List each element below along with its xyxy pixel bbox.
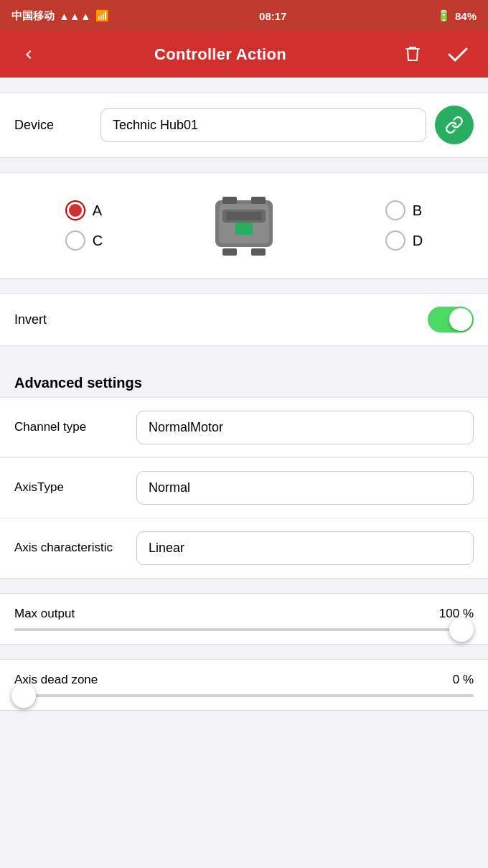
port-B-radio[interactable] [385,200,405,220]
confirm-button[interactable] [442,40,474,69]
battery-icon: 🔋 [437,9,451,22]
invert-row: Invert [0,293,488,346]
nav-bar: Controller Action [0,32,488,78]
axis-type-row: AxisType [0,458,488,518]
port-C-radio[interactable] [65,230,85,251]
delete-button[interactable] [398,39,428,70]
port-section: A C [0,172,488,279]
axis-dead-zone-value: 0 % [453,673,474,687]
max-output-fill [14,628,474,631]
port-A-radio-inner [69,204,82,217]
port-A-option[interactable]: A [65,200,103,220]
device-input[interactable] [100,108,426,142]
content: Device A C [0,92,488,739]
axis-char-row: Axis characteristic [0,518,488,578]
max-output-track[interactable] [14,628,474,631]
svg-rect-3 [251,197,266,204]
carrier-text: 中国移动 [11,9,55,23]
svg-rect-5 [251,248,266,256]
device-row: Device [0,93,488,157]
svg-rect-8 [226,212,262,220]
hub-image [205,186,283,265]
max-output-header: Max output 100 % [14,607,474,621]
toggle-knob [449,308,472,331]
channel-type-input[interactable] [136,411,474,444]
axis-char-value [136,531,474,565]
axis-dead-zone-thumb[interactable] [11,683,36,708]
channel-type-value [136,411,474,444]
page-title: Controller Action [154,45,286,64]
port-C-label: C [93,233,103,249]
battery-text: 84% [455,10,477,22]
port-D-label: D [413,233,423,249]
max-output-label: Max output [14,607,75,621]
link-button[interactable] [435,106,474,144]
wifi-icon: 📶 [95,9,109,22]
time-text: 08:17 [259,10,286,22]
advanced-heading: Advanced settings [0,360,488,397]
axis-dead-zone-header: Axis dead zone 0 % [14,673,474,687]
port-B-label: B [413,202,422,219]
port-A-label: A [93,202,102,219]
axis-char-input[interactable] [136,531,474,565]
signal-icon: ▲▲▲ [59,10,91,22]
svg-rect-2 [222,197,237,204]
device-input-wrap [100,108,426,142]
port-B-option[interactable]: B [385,200,423,220]
port-A-radio[interactable] [65,200,85,220]
back-button[interactable] [14,40,43,69]
port-D-option[interactable]: D [385,230,423,251]
status-bar: 中国移动 ▲▲▲ 📶 08:17 🔋 84% [0,0,488,32]
hub-svg [208,190,280,261]
channel-type-row: Channel type [0,398,488,458]
max-output-thumb[interactable] [449,617,474,642]
port-left: A C [65,200,103,251]
axis-dead-zone-track[interactable] [14,694,474,697]
axis-type-value [136,471,474,505]
port-right: B D [385,200,423,251]
invert-toggle[interactable] [428,307,474,332]
invert-label: Invert [14,312,428,327]
axis-char-label: Axis characteristic [14,540,136,556]
svg-rect-6 [235,222,253,235]
axis-type-label: AxisType [14,480,136,495]
status-right: 🔋 84% [437,9,477,22]
max-output-row: Max output 100 % [0,593,488,645]
port-D-radio[interactable] [385,230,405,251]
axis-type-input[interactable] [136,471,474,505]
settings-section: Channel type AxisType Axis characteristi… [0,397,488,579]
device-label: Device [14,118,100,133]
svg-rect-4 [222,248,237,256]
status-left: 中国移动 ▲▲▲ 📶 [11,9,109,23]
port-C-option[interactable]: C [65,230,103,251]
device-section: Device [0,92,488,158]
axis-dead-zone-row: Axis dead zone 0 % [0,659,488,711]
channel-type-label: Channel type [14,419,136,435]
